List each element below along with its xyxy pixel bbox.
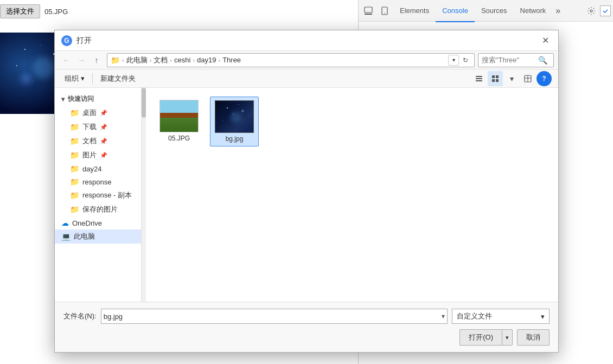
folder-icon: 📁 (70, 123, 79, 131)
svg-rect-1 (365, 14, 372, 15)
breadcrumb-thispc[interactable]: 此电脑 (126, 55, 148, 65)
inspect-icon[interactable] (361, 3, 376, 18)
breadcrumb-three[interactable]: Three (222, 56, 241, 64)
breadcrumb-folder-icon: 📁 (111, 56, 120, 65)
breadcrumb-day19[interactable]: day19 (197, 56, 216, 64)
device-icon[interactable] (377, 3, 392, 18)
sidebar-item-response-copy[interactable]: 📁 response - 副本 (55, 188, 141, 202)
organize-button[interactable]: 组织 ▾ (61, 72, 88, 85)
sidebar-item-desktop[interactable]: 📁 桌面 📌 (55, 106, 141, 120)
new-folder-button[interactable]: 新建文件夹 (97, 72, 139, 85)
grid-view-button[interactable] (488, 71, 503, 86)
sidebar-scrollthumb[interactable] (142, 88, 146, 118)
filename-dropdown-arrow[interactable]: ▾ (439, 312, 445, 320)
desktop-label: 桌面 (82, 108, 97, 118)
devtools-tabs: Elements Console Sources Network » (359, 0, 613, 22)
choose-file-button[interactable]: 选择文件 (0, 4, 40, 18)
search-input[interactable] (482, 56, 536, 64)
files-area: 05.JPG bg.jpg (146, 88, 558, 302)
toolbar-separator (92, 73, 93, 84)
pin-icon: 📌 (100, 138, 107, 145)
search-icon[interactable]: 🔍 (538, 56, 547, 65)
file-item-05jpg[interactable]: 05.JPG (155, 97, 203, 146)
sidebar-item-pictures[interactable]: 📁 图片 📌 (55, 148, 141, 162)
folder-icon: 📁 (70, 164, 79, 173)
view-buttons: ▾ ? (471, 71, 552, 86)
thispc-label: 此电脑 (74, 232, 95, 241)
documents-label: 文档 (82, 136, 97, 146)
quick-access-label: 快速访问 (68, 94, 94, 104)
filename-input-field[interactable] (104, 309, 439, 323)
dialog-close-button[interactable]: ✕ (539, 34, 552, 47)
tab-console[interactable]: Console (436, 1, 475, 22)
onedrive-icon: ☁ (61, 219, 69, 227)
file-thumbnail-bgjpg (215, 100, 254, 133)
breadcrumb-refresh-button[interactable]: ↻ (460, 55, 471, 66)
filetype-label: 自定义文件 (457, 311, 492, 321)
list-view-button[interactable] (471, 71, 487, 86)
checkbox-toggle[interactable] (600, 5, 611, 16)
search-box: 🔍 (478, 53, 554, 67)
filename-row: 文件名(N): ▾ 自定义文件 ▾ (63, 309, 550, 324)
saved-images-label: 保存的图片 (82, 205, 118, 214)
onedrive-label: OneDrive (72, 219, 102, 227)
help-button[interactable]: ? (537, 71, 552, 86)
sidebar-item-documents[interactable]: 📁 文档 📌 (55, 134, 141, 148)
up-button[interactable]: ↑ (90, 53, 104, 67)
breadcrumb-expand-button[interactable]: ▾ (448, 55, 459, 66)
sidebar-item-onedrive[interactable]: ☁ OneDrive (55, 216, 141, 229)
svg-rect-9 (492, 79, 495, 82)
sidebar-item-day24[interactable]: 📁 day24 (55, 162, 141, 175)
sidebar-container: ▾ 快速访问 📁 桌面 📌 📁 下载 📌 📁 文档 📌 (55, 88, 146, 302)
folder-icon: 📁 (70, 177, 79, 186)
svg-rect-10 (496, 79, 499, 82)
sidebar-item-response[interactable]: 📁 response (55, 175, 141, 188)
settings-icon[interactable] (585, 4, 598, 17)
details-view-button[interactable] (520, 71, 535, 86)
svg-rect-6 (476, 80, 482, 81)
file-dialog: G 打开 ✕ ← → ↑ 📁 › 此电脑 › 文档 › ceshi › day1… (54, 30, 559, 353)
breadcrumb-sep2: › (150, 57, 152, 63)
day24-label: day24 (82, 165, 101, 173)
dialog-action-toolbar: 组织 ▾ 新建文件夹 ▾ (55, 69, 558, 88)
organize-arrow: ▾ (81, 74, 85, 82)
tab-sources[interactable]: Sources (475, 1, 514, 22)
filename-input-container: ▾ (101, 309, 448, 324)
forward-button[interactable]: → (74, 53, 88, 67)
svg-rect-4 (476, 76, 482, 77)
expand-arrow-icon: ▾ (61, 95, 65, 103)
svg-rect-7 (492, 75, 495, 78)
dialog-bottom: 文件名(N): ▾ 自定义文件 ▾ 打开(O) ▾ 取消 (55, 302, 558, 352)
cancel-button[interactable]: 取消 (517, 329, 550, 346)
sidebar-quick-access[interactable]: ▾ 快速访问 (55, 92, 141, 106)
back-button[interactable]: ← (59, 53, 73, 67)
breadcrumb-sep4: › (193, 57, 195, 63)
filetype-dropdown[interactable]: 自定义文件 ▾ (452, 309, 550, 324)
more-tabs-button[interactable]: » (552, 0, 564, 22)
open-button-group: 打开(O) ▾ (459, 329, 513, 346)
pin-icon: 📌 (100, 152, 107, 159)
sidebar-item-thispc[interactable]: 💻 此电脑 (55, 229, 141, 244)
tab-elements[interactable]: Elements (393, 1, 436, 22)
file-item-bgjpg[interactable]: bg.jpg (210, 97, 259, 146)
folder-icon: 📁 (70, 108, 79, 117)
sidebar-item-downloads[interactable]: 📁 下载 📌 (55, 120, 141, 134)
thispc-icon: 💻 (61, 232, 71, 241)
pin-icon: 📌 (100, 124, 107, 131)
sidebar-item-saved-images[interactable]: 📁 保存的图片 (55, 202, 141, 216)
open-button[interactable]: 打开(O) (459, 329, 502, 346)
dialog-titlebar: G 打开 ✕ (55, 30, 558, 51)
dialog-title: 打开 (76, 36, 539, 46)
folder-icon: 📁 (70, 137, 79, 145)
sidebar-scrolltrack[interactable] (142, 88, 146, 302)
new-folder-label: 新建文件夹 (100, 74, 136, 84)
open-dropdown-button[interactable]: ▾ (502, 329, 513, 346)
pictures-label: 图片 (82, 150, 97, 160)
breadcrumb-ceshi[interactable]: ceshi (174, 56, 190, 64)
tab-network[interactable]: Network (514, 1, 553, 22)
svg-rect-8 (496, 75, 499, 78)
breadcrumb-documents[interactable]: 文档 (154, 55, 168, 65)
folder-icon: 📁 (70, 205, 79, 214)
view-options-button[interactable]: ▾ (504, 71, 519, 86)
selected-filename: 05.JPG (44, 8, 68, 16)
